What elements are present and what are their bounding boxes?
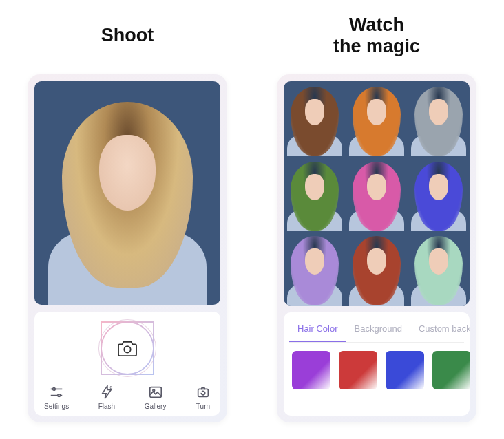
shoot-card: Settings a Flash Gallery bbox=[28, 74, 227, 422]
color-swatch[interactable] bbox=[292, 351, 330, 389]
flash-icon: a bbox=[99, 385, 114, 400]
turn-label: Turn bbox=[196, 403, 210, 410]
color-swatch[interactable] bbox=[432, 351, 470, 389]
svg-rect-6 bbox=[149, 387, 161, 398]
hair-variant-thumb[interactable] bbox=[346, 231, 408, 306]
color-swatches bbox=[289, 351, 464, 389]
magic-title: Watch the magic bbox=[333, 14, 420, 58]
settings-label: Settings bbox=[44, 403, 69, 410]
flash-label: Flash bbox=[98, 403, 115, 410]
tab-hair-color[interactable]: Hair Color bbox=[289, 317, 346, 342]
gallery-icon bbox=[148, 385, 163, 400]
hair-variant-thumb[interactable] bbox=[284, 81, 346, 156]
magic-panel: Watch the magic Hair Color Background Cu… bbox=[269, 14, 485, 425]
hair-variant-thumb[interactable] bbox=[284, 231, 346, 306]
edit-tabs: Hair Color Background Custom back bbox=[289, 317, 464, 343]
turn-button[interactable]: Turn bbox=[196, 385, 211, 410]
settings-button[interactable]: Settings bbox=[44, 385, 69, 410]
camera-toolbar: Settings a Flash Gallery bbox=[40, 385, 215, 410]
hair-variant-thumb[interactable] bbox=[346, 156, 408, 231]
color-swatch[interactable] bbox=[339, 351, 377, 389]
camera-icon bbox=[117, 339, 138, 357]
tab-background[interactable]: Background bbox=[346, 317, 410, 342]
svg-text:a: a bbox=[110, 385, 113, 389]
shoot-title: Shoot bbox=[101, 14, 154, 58]
tab-custom-background[interactable]: Custom back bbox=[410, 317, 470, 342]
hair-color-grid bbox=[284, 81, 470, 306]
shutter-button[interactable] bbox=[101, 321, 154, 375]
svg-point-4 bbox=[58, 394, 61, 397]
hair-variant-thumb[interactable] bbox=[408, 231, 470, 306]
hair-variant-thumb[interactable] bbox=[346, 81, 408, 156]
svg-point-7 bbox=[152, 389, 154, 392]
sliders-icon bbox=[49, 385, 64, 400]
svg-point-2 bbox=[53, 388, 56, 391]
color-swatch[interactable] bbox=[386, 351, 424, 389]
flip-camera-icon bbox=[196, 385, 211, 400]
edit-controls: Hair Color Background Custom back bbox=[284, 312, 470, 416]
magic-card: Hair Color Background Custom back bbox=[277, 74, 476, 422]
camera-preview bbox=[34, 81, 220, 305]
gallery-label: Gallery bbox=[145, 403, 167, 410]
hair-variant-thumb[interactable] bbox=[408, 156, 470, 231]
flash-button[interactable]: a Flash bbox=[98, 385, 115, 410]
svg-point-0 bbox=[124, 346, 130, 352]
hair-variant-thumb[interactable] bbox=[408, 81, 470, 156]
camera-controls: Settings a Flash Gallery bbox=[34, 312, 220, 416]
hair-variant-thumb[interactable] bbox=[284, 156, 346, 231]
shoot-panel: Shoot Setting bbox=[19, 14, 235, 425]
gallery-button[interactable]: Gallery bbox=[145, 385, 167, 410]
svg-rect-8 bbox=[198, 389, 209, 396]
